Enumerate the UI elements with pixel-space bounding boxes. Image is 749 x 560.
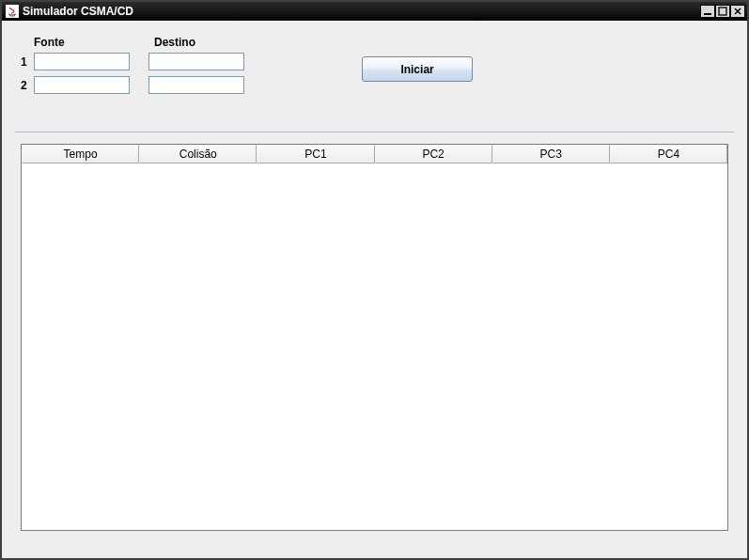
destino-1-input[interactable] [148,53,244,70]
col-tempo[interactable]: Tempo [22,145,139,163]
row-1-number: 1 [21,55,34,69]
svg-rect-1 [704,13,711,15]
col-colisao[interactable]: Colisão [139,145,257,163]
minimize-button[interactable] [700,5,715,18]
close-button[interactable] [730,5,745,18]
maximize-button[interactable] [715,5,730,18]
row-2-number: 2 [21,79,34,92]
svg-rect-2 [719,8,726,15]
window-buttons [700,5,745,18]
col-pc3[interactable]: PC3 [492,145,610,163]
fonte-header: Fonte [34,36,135,49]
content-area: Fonte Destino 1 2 Iniciar [2,21,747,558]
input-form: Fonte Destino 1 2 Iniciar [2,21,747,109]
window-title: Simulador CSMA/CD [23,5,700,18]
fonte-2-input[interactable] [34,76,130,94]
table-body [22,163,727,530]
titlebar: Simulador CSMA/CD [2,2,747,21]
col-pc4[interactable]: PC4 [610,145,727,163]
table-header-row: Tempo Colisão PC1 PC2 PC3 PC4 [22,145,727,163]
fonte-1-input[interactable] [34,53,130,70]
iniciar-button[interactable]: Iniciar [362,56,473,82]
destino-2-input[interactable] [148,76,244,94]
java-icon [6,5,19,18]
col-pc2[interactable]: PC2 [375,145,492,163]
separator [15,132,734,132]
app-window: Simulador CSMA/CD Fonte Destino 1 [0,0,749,560]
destino-header: Destino [154,36,256,49]
col-pc1[interactable]: PC1 [257,145,374,163]
results-table: Tempo Colisão PC1 PC2 PC3 PC4 [21,144,728,531]
